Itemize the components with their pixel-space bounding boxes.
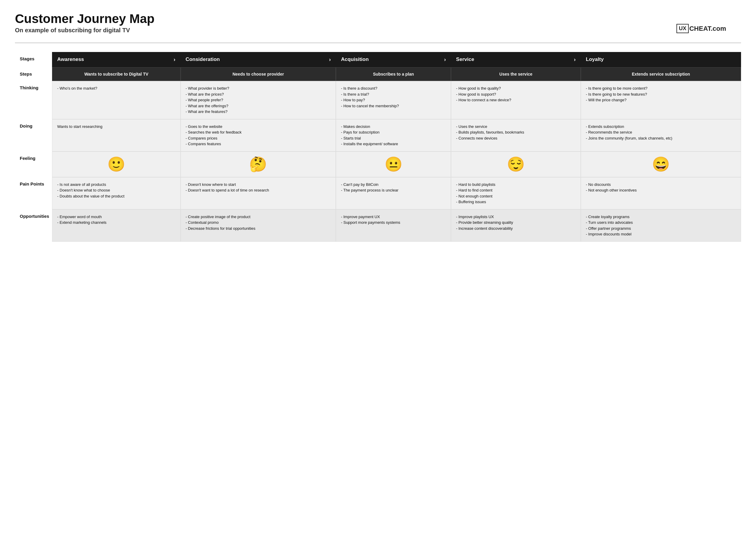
doing-4: - Extends subscription- Recommends the s… (581, 119, 741, 151)
pain-0: - Is not aware of all products- Doesn't … (52, 177, 180, 209)
logo-text: CHEAT.com (689, 25, 726, 33)
pain-3: - Hard to build playlists- Hard to find … (451, 177, 581, 209)
doing-2: - Makes decision- Pays for subscription-… (336, 119, 451, 151)
doing-label: Doing (15, 119, 52, 151)
page-subtitle: On example of subscribing for digital TV (15, 27, 741, 34)
stage-consideration: Consideration › (181, 52, 336, 67)
stages-label: Stages (15, 52, 52, 67)
logo-box: UX (677, 24, 689, 33)
thinking-1: - What provider is better?- What are the… (181, 81, 336, 119)
opp-4: - Create loyalty programs- Turn users in… (581, 209, 741, 242)
opp-1: - Create positive image of the product- … (181, 209, 336, 242)
doing-row: Doing Wants to start researching - Goes … (15, 119, 741, 151)
doing-3: - Uses the service- Builds playlists, fa… (451, 119, 581, 151)
thinking-4: - Is there going to be more content?- Is… (581, 81, 741, 119)
steps-row: Steps Wants to subscribe to Digital TV N… (15, 67, 741, 81)
feeling-4: 😄 (581, 151, 741, 177)
arrow-acquisition: › (444, 56, 446, 63)
arrow-service: › (574, 56, 576, 63)
stages-row: Stages Awareness › Consideration › Acqui… (15, 52, 741, 67)
opp-3: - Improve playlists UX- Provide better s… (451, 209, 581, 242)
page-title: Customer Journey Map (15, 12, 741, 26)
stage-awareness: Awareness › (52, 52, 180, 67)
thinking-row: Thinking - Who's on the market? - What p… (15, 81, 741, 119)
step-4: Extends service subscription (581, 67, 741, 81)
thinking-3: - How good is the quality?- How good is … (451, 81, 581, 119)
emoji-0: 🙂 (107, 156, 125, 172)
divider (15, 43, 741, 43)
header: Customer Journey Map On example of subsc… (15, 12, 741, 34)
step-0: Wants to subscribe to Digital TV (52, 67, 180, 81)
thinking-2: - Is there a discount?- Is there a trial… (336, 81, 451, 119)
doing-0: Wants to start researching (52, 119, 180, 151)
cjm-table: Stages Awareness › Consideration › Acqui… (15, 52, 741, 242)
logo: UX CHEAT.com (677, 24, 726, 33)
emoji-1: 🤔 (249, 156, 267, 172)
feeling-row: Feeling 🙂 🤔 😐 😌 😄 (15, 151, 741, 177)
opportunities-label: Opportunities (15, 209, 52, 242)
stage-service: Service › (451, 52, 581, 67)
feeling-3: 😌 (451, 151, 581, 177)
pain-points-row: Pain Points - Is not aware of all produc… (15, 177, 741, 209)
stage-loyalty: Loyalty (581, 52, 741, 67)
emoji-2: 😐 (385, 156, 403, 172)
opp-0: - Empower word of mouth- Extend marketin… (52, 209, 180, 242)
step-3: Uses the service (451, 67, 581, 81)
opportunities-row: Opportunities - Empower word of mouth- E… (15, 209, 741, 242)
arrow-awareness: › (174, 56, 175, 63)
emoji-3: 😌 (507, 156, 525, 172)
emoji-4: 😄 (652, 156, 670, 172)
arrow-consideration: › (329, 56, 331, 63)
feeling-1: 🤔 (181, 151, 336, 177)
feeling-2: 😐 (336, 151, 451, 177)
thinking-0: - Who's on the market? (52, 81, 180, 119)
opp-2: - Improve payment UX- Support more payme… (336, 209, 451, 242)
stage-acquisition: Acquisition › (336, 52, 451, 67)
step-2: Subscribes to a plan (336, 67, 451, 81)
doing-1: - Goes to the website- Searches the web … (181, 119, 336, 151)
pain-2: - Can't pay by BitCoin- The payment proc… (336, 177, 451, 209)
feeling-0: 🙂 (52, 151, 180, 177)
pain-4: - No discounts- Not enough other incenti… (581, 177, 741, 209)
steps-label: Steps (15, 67, 52, 81)
thinking-label: Thinking (15, 81, 52, 119)
feeling-label: Feeling (15, 151, 52, 177)
pain-1: - Doesn't know where to start- Doesn't w… (181, 177, 336, 209)
step-1: Needs to choose provider (181, 67, 336, 81)
pain-points-label: Pain Points (15, 177, 52, 209)
